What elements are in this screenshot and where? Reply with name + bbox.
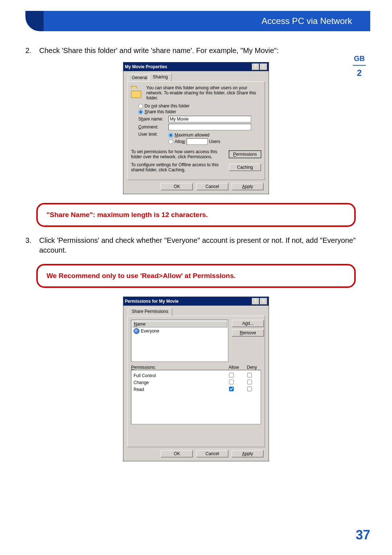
row-userlimit: User limit: Maximum allowed Allow Users <box>138 132 261 146</box>
perm-fullcontrol-deny[interactable] <box>247 373 252 378</box>
step-3-number: 3. <box>25 236 34 255</box>
permissions-tabs: Share Permissions <box>127 308 265 316</box>
properties-button-row: OK Cancel Apply <box>127 180 265 190</box>
radio-allow-n[interactable]: Allow Users <box>168 138 261 145</box>
radio-max[interactable]: Maximum allowed <box>168 132 261 138</box>
permissions-dialog-titlebar: Permissions for My Movie ? × <box>123 297 269 306</box>
cancel-button[interactable]: Cancel <box>196 450 228 457</box>
permissions-grid: Permissions: Allow Deny Full Control Cha… <box>131 365 261 424</box>
remove-button[interactable]: Remove <box>232 329 264 336</box>
perm-read-allow[interactable] <box>229 387 234 391</box>
col-allow: Allow <box>225 365 243 370</box>
name-listbox[interactable]: Name Everyone <box>131 320 228 362</box>
step-3-text: Click 'Permissions' and check whether "E… <box>39 236 356 255</box>
perm-change-deny[interactable] <box>247 380 252 384</box>
perm-change-allow[interactable] <box>229 380 234 384</box>
row-caching: To configure settings for Offline access… <box>131 162 261 172</box>
everyone-icon <box>134 328 139 334</box>
properties-dialog-body: General Sharing You can share this folde… <box>123 71 269 194</box>
apply-button[interactable]: Apply <box>232 183 264 190</box>
table-row: Read <box>134 387 258 392</box>
perm-name: Full Control <box>134 373 222 378</box>
label-userlimit: User limit: <box>138 132 166 137</box>
sharing-intro-text: You can share this folder among other us… <box>146 85 261 101</box>
permissions-label: Permissions: <box>131 365 225 370</box>
perm-name: Read <box>134 387 222 392</box>
radio-no-share[interactable]: Do not share this folder <box>138 103 261 109</box>
tab-general[interactable]: General <box>128 74 151 81</box>
sharing-intro-row: You can share this folder among other us… <box>131 85 261 101</box>
permissions-button-row: OK Cancel Apply <box>127 447 265 457</box>
table-row: Change <box>134 380 258 385</box>
properties-dialog: My Movie Properties ? × General Sharing … <box>123 62 269 194</box>
radio-share-label: Share this folder <box>144 109 176 114</box>
help-icon[interactable]: ? <box>252 298 259 305</box>
help-icon[interactable]: ? <box>252 64 259 70</box>
page-number: 37 <box>356 527 370 543</box>
row-sharename: Share name: <box>138 116 261 122</box>
radio-max-label: Maximum allowed <box>175 132 209 138</box>
sharing-panel: You can share this folder among other us… <box>127 81 265 180</box>
ok-button[interactable]: OK <box>161 183 193 190</box>
radio-allow-n-input[interactable] <box>168 139 173 144</box>
add-button[interactable]: Add... <box>232 320 264 327</box>
callout-sharename-length: "Share Name": maximum length is 12 chara… <box>36 203 356 227</box>
table-row: Full Control <box>134 373 258 379</box>
side-tab-divider <box>353 65 366 66</box>
manual-page: Access PC via Network GB 2 2. Check 'Sha… <box>0 0 392 555</box>
caching-text: To configure settings for Offline access… <box>131 162 225 172</box>
properties-dialog-titlebar: My Movie Properties ? × <box>123 62 269 71</box>
close-icon[interactable]: × <box>260 298 267 305</box>
row-permissions: To set permissions for how users access … <box>131 149 261 159</box>
header-title: Access PC via Network <box>262 16 352 26</box>
radio-share-input[interactable] <box>138 110 143 114</box>
radio-no-share-input[interactable] <box>138 104 143 109</box>
permissions-button[interactable]: Permissions <box>229 151 261 158</box>
permissions-text: To set permissions for how users access … <box>131 149 225 159</box>
step-2-text: Check 'Share this folder' and write 'sha… <box>39 46 279 56</box>
cancel-button[interactable]: Cancel <box>196 183 228 190</box>
properties-tabs: General Sharing <box>127 73 265 81</box>
properties-dialog-title: My Movie Properties <box>125 64 251 69</box>
ok-button[interactable]: OK <box>161 450 193 457</box>
input-sharename[interactable] <box>168 116 251 122</box>
side-tab: GB 2 <box>348 54 370 78</box>
radio-share[interactable]: Share this folder <box>138 109 261 114</box>
permissions-header-row: Permissions: Allow Deny <box>131 365 261 370</box>
folder-icon <box>131 85 143 97</box>
perm-read-deny[interactable] <box>247 387 252 391</box>
name-list-block: Name Everyone Add... Remove <box>131 320 261 362</box>
label-users: Users <box>209 139 220 144</box>
callout-sharename-length-text: "Share Name": maximum length is 12 chara… <box>46 211 208 219</box>
step-2-number: 2. <box>25 46 34 56</box>
name-list-header: Name <box>132 321 227 327</box>
permissions-list: Full Control Change Read <box>131 370 261 424</box>
row-comment: Comment: <box>138 124 261 130</box>
header-bar: Access PC via Network <box>44 11 370 31</box>
label-comment: Comment: <box>138 125 166 130</box>
side-tab-chapter: 2 <box>348 68 370 78</box>
step-2: 2. Check 'Share this folder' and write '… <box>25 46 356 56</box>
step-3: 3. Click 'Permissions' and check whether… <box>25 236 356 255</box>
apply-button[interactable]: Apply <box>232 450 264 457</box>
header-band: Access PC via Network <box>25 11 370 31</box>
col-deny: Deny <box>243 365 261 370</box>
tab-share-permissions[interactable]: Share Permissions <box>128 308 172 316</box>
permissions-dialog-title: Permissions for My Movie <box>125 299 251 304</box>
radio-no-share-label: Do not share this folder <box>144 103 189 109</box>
caching-button[interactable]: Caching <box>229 164 261 171</box>
close-icon[interactable]: × <box>260 64 267 70</box>
list-item[interactable]: Everyone <box>132 327 227 335</box>
radio-max-input[interactable] <box>168 133 173 138</box>
input-comment[interactable] <box>168 124 251 130</box>
permissions-dialog-body: Share Permissions Name Everyone <box>123 306 269 461</box>
callout-read-allow-text: We Recommend only to use 'Read>Allow' at… <box>46 272 236 279</box>
side-tab-lang: GB <box>348 54 370 63</box>
tab-sharing[interactable]: Sharing <box>149 73 172 81</box>
perm-name: Change <box>134 380 222 385</box>
share-permissions-panel: Name Everyone Add... Remove <box>127 316 265 447</box>
input-allow-n[interactable] <box>187 138 208 145</box>
permissions-dialog: Permissions for My Movie ? × Share Permi… <box>123 297 269 461</box>
perm-fullcontrol-allow[interactable] <box>229 373 234 378</box>
label-sharename: Share name: <box>138 117 166 122</box>
